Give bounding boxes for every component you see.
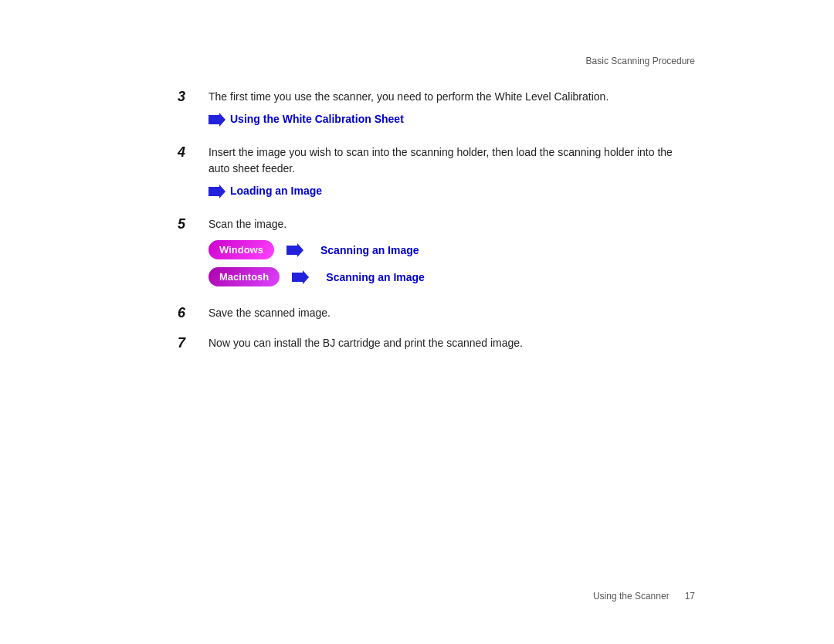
svg-marker-1 <box>208 185 225 198</box>
step-5-windows-row: Windows Scanning an Image <box>208 240 695 259</box>
windows-link[interactable]: Scanning an Image <box>320 244 419 256</box>
arrow-icon-windows <box>286 243 303 257</box>
step-5-number: 5 <box>178 216 208 232</box>
footer-page-number: 17 <box>685 591 695 602</box>
step-3-link-row: Using the White Calibration Sheet <box>208 111 695 127</box>
step-5-content: Scan the image. Windows Scanning an Imag… <box>208 216 695 291</box>
mac-link[interactable]: Scanning an Image <box>326 271 425 283</box>
arrow-icon-step4 <box>208 185 225 198</box>
svg-marker-0 <box>208 113 225 127</box>
step-4-link[interactable]: Loading an Image <box>230 183 322 199</box>
page-header: Basic Scanning Procedure <box>586 56 695 66</box>
step-3-number: 3 <box>178 89 208 105</box>
step-6-number: 6 <box>178 305 208 321</box>
content-area: 3 The first time you use the scanner, yo… <box>178 89 695 365</box>
step-6-text: Save the scanned image. <box>208 305 695 321</box>
footer-section: Using the Scanner <box>593 591 670 602</box>
step-4-number: 4 <box>178 144 208 161</box>
page-footer: Using the Scanner 17 <box>593 591 695 602</box>
step-3-text: The first time you use the scanner, you … <box>208 89 695 105</box>
macintosh-badge: Macintosh <box>208 267 280 286</box>
step-6-content: Save the scanned image. <box>208 305 695 321</box>
step-5-text: Scan the image. <box>208 216 695 232</box>
arrow-icon-step3 <box>208 113 225 127</box>
step-3: 3 The first time you use the scanner, yo… <box>178 89 695 130</box>
step-4: 4 Insert the image you wish to scan into… <box>178 144 695 202</box>
svg-marker-3 <box>292 270 309 284</box>
step-3-link[interactable]: Using the White Calibration Sheet <box>230 111 404 127</box>
step-7-text: Now you can install the BJ cartridge and… <box>208 335 695 351</box>
svg-marker-2 <box>286 243 303 257</box>
step-6: 6 Save the scanned image. <box>178 305 695 321</box>
step-4-content: Insert the image you wish to scan into t… <box>208 144 695 202</box>
step-5: 5 Scan the image. Windows Scanning an Im… <box>178 216 695 291</box>
arrow-icon-mac <box>292 270 309 284</box>
windows-badge: Windows <box>208 240 274 259</box>
step-3-content: The first time you use the scanner, you … <box>208 89 695 130</box>
step-7-content: Now you can install the BJ cartridge and… <box>208 335 695 351</box>
step-7-number: 7 <box>178 335 208 351</box>
step-5-mac-row: Macintosh Scanning an Image <box>208 267 695 286</box>
step-4-link-row: Loading an Image <box>208 183 695 199</box>
step-7: 7 Now you can install the BJ cartridge a… <box>178 335 695 351</box>
step-4-text: Insert the image you wish to scan into t… <box>208 144 695 177</box>
